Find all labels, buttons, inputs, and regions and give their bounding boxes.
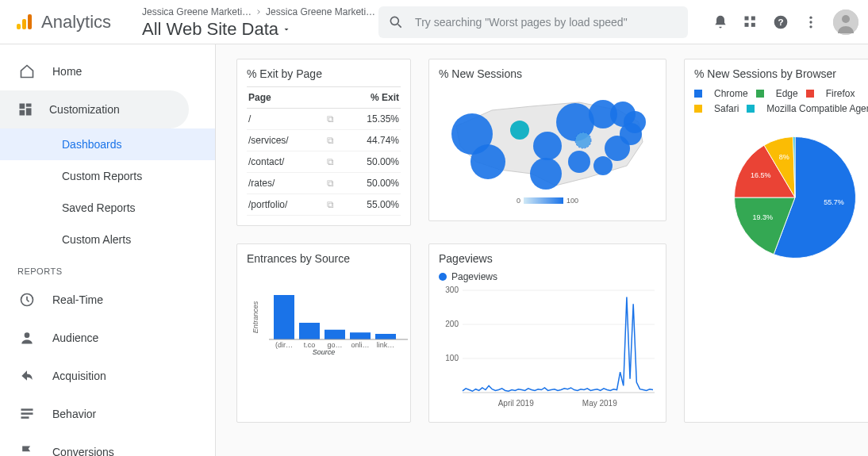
nav-label: Home bbox=[52, 65, 82, 78]
topbar: Analytics Jessica Greene Marketi… Jessic… bbox=[0, 0, 868, 44]
svg-text:100: 100 bbox=[445, 354, 459, 362]
nav-label: Customization bbox=[49, 103, 120, 116]
dot-icon bbox=[439, 273, 447, 281]
svg-rect-17 bbox=[26, 108, 32, 115]
nav-custom-alerts[interactable]: Custom Alerts bbox=[0, 224, 215, 255]
legend-item[interactable]: Firefox bbox=[806, 86, 855, 101]
svg-rect-1 bbox=[22, 19, 26, 29]
search-bar[interactable]: Try searching "Worst pages by load speed… bbox=[378, 6, 688, 38]
swatch-icon bbox=[694, 105, 702, 113]
nav-label: Audience bbox=[52, 331, 98, 344]
nav-realtime[interactable]: Real-Time bbox=[0, 281, 215, 319]
svg-point-10 bbox=[809, 16, 812, 18]
legend-item[interactable]: Chrome bbox=[694, 86, 748, 101]
nav-conversions[interactable]: Conversions bbox=[0, 433, 215, 456]
nav-label: Real-Time bbox=[52, 293, 103, 306]
link-icon[interactable]: ⧉ bbox=[319, 194, 341, 216]
svg-rect-46 bbox=[325, 330, 345, 339]
sidebar: Home Customization Dashboards Custom Rep… bbox=[0, 44, 216, 456]
page-cell: /contact/ bbox=[247, 151, 319, 173]
link-icon[interactable]: ⧉ bbox=[319, 173, 341, 194]
bell-icon[interactable] bbox=[712, 14, 728, 30]
table-row[interactable]: /rates/⧉50.00% bbox=[247, 173, 401, 194]
us-map[interactable] bbox=[444, 86, 651, 194]
nav-behavior[interactable]: Behavior bbox=[0, 395, 215, 433]
card-title: % New Sessions bbox=[439, 67, 656, 80]
breadcrumb: Jessica Greene Marketi… Jessica Greene M… bbox=[142, 6, 375, 17]
apps-icon[interactable] bbox=[743, 14, 759, 30]
svg-rect-15 bbox=[20, 104, 25, 109]
y-axis-label: Entrances bbox=[252, 301, 259, 333]
dashboard-content: % Exit by Page Page % Exit /⧉15.35%/serv… bbox=[216, 44, 868, 456]
nav-label: Custom Reports bbox=[62, 170, 142, 182]
exit-cell: 15.35% bbox=[341, 109, 401, 130]
help-icon[interactable]: ? bbox=[773, 14, 789, 30]
card-title: % Exit by Page bbox=[247, 67, 401, 80]
svg-rect-6 bbox=[745, 22, 749, 26]
search-icon bbox=[388, 14, 404, 30]
dashboard-icon bbox=[17, 102, 33, 117]
svg-point-34 bbox=[605, 136, 630, 161]
svg-point-37 bbox=[593, 156, 613, 175]
bar-chart[interactable]: (dir…t.cogo…onli…link…200100 bbox=[269, 274, 412, 354]
svg-rect-50 bbox=[375, 334, 396, 339]
pie-chart[interactable]: 55.7%19.3%16.5%8% bbox=[724, 126, 866, 269]
legend-item[interactable]: Edge bbox=[756, 86, 798, 101]
card-title: Entrances by Source bbox=[247, 252, 401, 265]
clock-icon bbox=[17, 292, 36, 308]
line-chart[interactable]: 300200100April 2019May 2019 bbox=[439, 285, 658, 412]
svg-text:April 2019: April 2019 bbox=[498, 399, 534, 408]
nav-dashboards[interactable]: Dashboards bbox=[0, 128, 215, 160]
col-exit[interactable]: % Exit bbox=[341, 87, 401, 109]
nav-label: Custom Alerts bbox=[62, 233, 131, 246]
table-row[interactable]: /contact/⧉50.00% bbox=[247, 151, 401, 173]
reports-section-label: REPORTS bbox=[0, 255, 215, 281]
nav-custom-reports[interactable]: Custom Reports bbox=[0, 160, 215, 192]
link-icon[interactable]: ⧉ bbox=[319, 151, 341, 173]
svg-text:May 2019: May 2019 bbox=[582, 399, 617, 408]
svg-text:19.3%: 19.3% bbox=[752, 213, 773, 221]
legend-item[interactable]: Mozilla Compatible Agent bbox=[747, 102, 868, 116]
svg-rect-5 bbox=[751, 16, 755, 20]
page-cell: /portfolio/ bbox=[247, 194, 319, 216]
avatar-image bbox=[833, 10, 858, 35]
card-sessions-by-browser: % New Sessions by Browser ChromeEdgeFire… bbox=[684, 59, 868, 423]
link-icon[interactable]: ⧉ bbox=[319, 130, 341, 151]
svg-rect-4 bbox=[745, 16, 749, 20]
x-axis-label: Source bbox=[313, 348, 336, 356]
nav-home[interactable]: Home bbox=[0, 52, 215, 90]
nav-acquisition[interactable]: Acquisition bbox=[0, 357, 215, 395]
card-entrances-by-source: Entrances by Source Entrances (dir…t.cog… bbox=[236, 243, 411, 423]
svg-rect-42 bbox=[274, 295, 294, 339]
svg-rect-18 bbox=[20, 110, 25, 116]
svg-point-35 bbox=[575, 132, 591, 148]
more-vert-icon[interactable] bbox=[803, 14, 819, 30]
caret-down-icon bbox=[282, 25, 291, 34]
exit-table: Page % Exit /⧉15.35%/services/⧉44.74%/co… bbox=[247, 86, 401, 216]
list-icon bbox=[17, 406, 36, 422]
nav-audience[interactable]: Audience bbox=[0, 319, 215, 357]
svg-rect-0 bbox=[17, 24, 21, 29]
svg-rect-48 bbox=[350, 332, 371, 339]
svg-point-27 bbox=[533, 132, 562, 160]
svg-point-36 bbox=[568, 151, 590, 173]
swatch-icon bbox=[756, 90, 764, 98]
logo[interactable]: Analytics bbox=[14, 12, 137, 33]
svg-text:(dir…: (dir… bbox=[275, 341, 293, 349]
table-row[interactable]: /⧉15.35% bbox=[247, 109, 401, 130]
link-icon[interactable]: ⧉ bbox=[319, 109, 341, 130]
view-name: All Web Site Data bbox=[142, 21, 375, 38]
legend-item[interactable]: Safari bbox=[694, 102, 739, 116]
avatar[interactable] bbox=[833, 10, 858, 35]
col-page[interactable]: Page bbox=[247, 87, 319, 109]
nav-label: Dashboards bbox=[62, 138, 122, 151]
map-scale: 0 100 bbox=[517, 197, 578, 205]
table-row[interactable]: /services/⧉44.74% bbox=[247, 130, 401, 151]
nav-saved-reports[interactable]: Saved Reports bbox=[0, 192, 215, 224]
table-row[interactable]: /portfolio/⧉55.00% bbox=[247, 194, 401, 216]
card-title: % New Sessions by Browser bbox=[694, 67, 868, 80]
nav-customization[interactable]: Customization bbox=[0, 90, 189, 128]
svg-rect-16 bbox=[26, 104, 32, 107]
property-selector[interactable]: Jessica Greene Marketi… Jessica Greene M… bbox=[137, 6, 375, 38]
svg-point-12 bbox=[809, 25, 812, 28]
